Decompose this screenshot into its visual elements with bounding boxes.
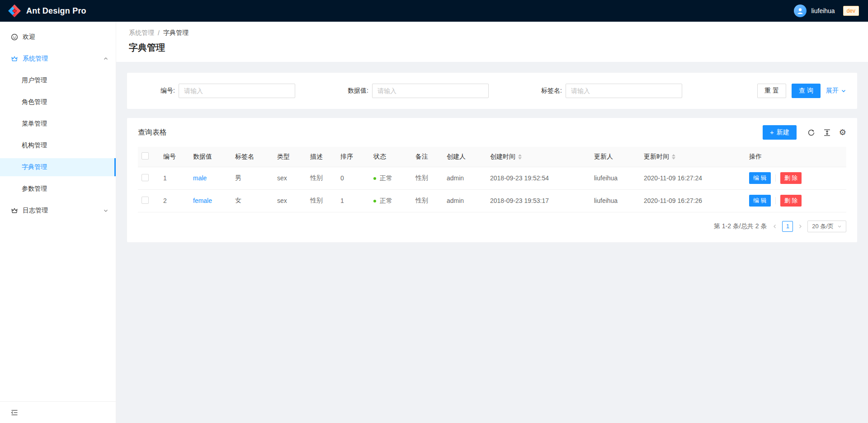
sidebar-item-param-mgmt[interactable]: 参数管理 [0, 180, 116, 198]
row-checkbox[interactable] [142, 174, 149, 181]
setting-icon[interactable]: ⚙ [839, 129, 846, 136]
table-card: 查询表格 + 新建 [127, 118, 857, 242]
label-input[interactable] [566, 84, 682, 98]
user-name[interactable]: liufeihua [811, 7, 835, 14]
cell-remark: 性别 [412, 189, 443, 212]
sidebar-footer [0, 401, 116, 423]
action-divider [775, 174, 776, 182]
breadcrumb-item-dict: 字典管理 [163, 29, 189, 37]
edit-button[interactable]: 编 辑 [749, 172, 771, 184]
page-size-select[interactable]: 20 条/页 [807, 221, 846, 232]
expand-toggle[interactable]: 展开 [826, 87, 846, 95]
sort-icon[interactable] [518, 154, 522, 160]
search-form: 编号: 数据值: 标签名: 重 置 查 询 展开 [127, 73, 857, 109]
menu-fold-icon[interactable] [11, 409, 18, 416]
id-input[interactable] [179, 84, 295, 98]
cell-remark: 性别 [412, 167, 443, 189]
field-label-tag: 标签名: [525, 87, 562, 95]
value-input[interactable] [372, 84, 489, 98]
cell-sort: 0 [337, 167, 370, 189]
sidebar-item-label: 字典管理 [22, 163, 47, 171]
cell-updater: liufeihua [590, 189, 640, 212]
table-title: 查询表格 [138, 128, 167, 137]
select-all-checkbox[interactable] [142, 152, 149, 160]
edit-button[interactable]: 编 辑 [749, 195, 771, 207]
next-page-icon[interactable] [797, 224, 803, 229]
status-dot-icon [373, 177, 376, 180]
col-id: 编号 [160, 147, 189, 167]
chevron-down-icon [103, 208, 108, 213]
column-height-icon[interactable] [823, 129, 831, 136]
sidebar-item-label: 用户管理 [22, 76, 47, 85]
status-badge: 正常 [373, 197, 392, 205]
col-update-time[interactable]: 更新时间 [640, 147, 745, 167]
cell-creator: admin [443, 167, 486, 189]
sidebar: 欢迎 系统管理 用户管理 角色管理 菜单管理 机构管理 字典管理 [0, 22, 116, 423]
env-tag: dev [843, 6, 859, 16]
expand-label: 展开 [826, 87, 839, 95]
chevron-up-icon [103, 56, 108, 61]
col-actions: 操作 [745, 147, 846, 167]
breadcrumb: 系统管理 / 字典管理 [129, 29, 857, 37]
cell-label: 男 [231, 167, 274, 189]
top-header: Ant Design Pro liufeihua dev [0, 0, 868, 22]
col-remark: 备注 [412, 147, 443, 167]
cell-updater: liufeihua [590, 167, 640, 189]
sidebar-item-menu-mgmt[interactable]: 菜单管理 [0, 115, 116, 133]
table-header-row: 编号 数据值 标签名 类型 描述 排序 状态 备注 创建人 创建时间 [138, 147, 846, 167]
sort-icon[interactable] [672, 154, 675, 160]
search-field-label: 标签名: [525, 84, 706, 98]
content: 编号: 数据值: 标签名: 重 置 查 询 展开 [116, 62, 868, 423]
user-avatar[interactable] [794, 5, 807, 17]
page-size-value: 20 条/页 [812, 222, 834, 230]
cell-desc: 性别 [307, 167, 337, 189]
plus-icon: + [770, 129, 774, 136]
sidebar-item-label: 菜单管理 [22, 120, 47, 128]
ant-design-logo-icon [7, 4, 22, 18]
sidebar-item-role-mgmt[interactable]: 角色管理 [0, 93, 116, 111]
page-number[interactable]: 1 [782, 221, 793, 232]
field-label-id: 编号: [138, 87, 175, 95]
crown-icon [11, 55, 18, 62]
col-value: 数据值 [189, 147, 231, 167]
cell-sort: 1 [337, 189, 370, 212]
col-create-time[interactable]: 创建时间 [486, 147, 590, 167]
cell-type: sex [274, 189, 307, 212]
col-updater: 更新人 [590, 147, 640, 167]
sidebar-item-user-mgmt[interactable]: 用户管理 [0, 71, 116, 89]
sidebar-item-system[interactable]: 系统管理 [0, 50, 116, 68]
cell-create-time: 2018-09-23 19:52:54 [486, 167, 590, 189]
chevron-down-icon [841, 88, 846, 94]
cell-value-link[interactable]: female [193, 197, 212, 204]
delete-button[interactable]: 删 除 [780, 195, 802, 207]
reload-icon[interactable] [807, 129, 815, 136]
sidebar-item-dict-mgmt[interactable]: 字典管理 [0, 158, 116, 176]
app-title: Ant Design Pro [26, 6, 86, 16]
search-field-id: 编号: [138, 84, 319, 98]
cell-value-link[interactable]: male [193, 174, 207, 182]
prev-page-icon[interactable] [772, 224, 778, 229]
cell-id: 2 [160, 189, 189, 212]
sidebar-item-label: 参数管理 [22, 185, 47, 193]
query-button[interactable]: 查 询 [792, 84, 821, 98]
reset-button[interactable]: 重 置 [757, 84, 786, 98]
cell-label: 女 [231, 189, 274, 212]
cell-creator: admin [443, 189, 486, 212]
col-label: 标签名 [231, 147, 274, 167]
col-sort: 排序 [337, 147, 370, 167]
sidebar-item-welcome[interactable]: 欢迎 [0, 28, 116, 46]
action-divider [775, 197, 776, 204]
cell-update-time: 2020-11-09 16:27:26 [640, 189, 745, 212]
crown-icon [11, 207, 18, 214]
cell-id: 1 [160, 167, 189, 189]
breadcrumb-item-system[interactable]: 系统管理 [129, 29, 154, 37]
sidebar-item-log[interactable]: 日志管理 [0, 202, 116, 220]
row-checkbox[interactable] [142, 197, 149, 204]
brand[interactable]: Ant Design Pro [7, 4, 86, 18]
smile-icon [11, 33, 18, 41]
new-button[interactable]: + 新建 [763, 125, 797, 140]
delete-button[interactable]: 删 除 [780, 172, 802, 184]
cell-update-time: 2020-11-09 16:27:24 [640, 167, 745, 189]
sidebar-item-org-mgmt[interactable]: 机构管理 [0, 136, 116, 155]
table-row: 1 male 男 sex 性别 0 正常 性别 admin 2018-09-23… [138, 167, 846, 189]
